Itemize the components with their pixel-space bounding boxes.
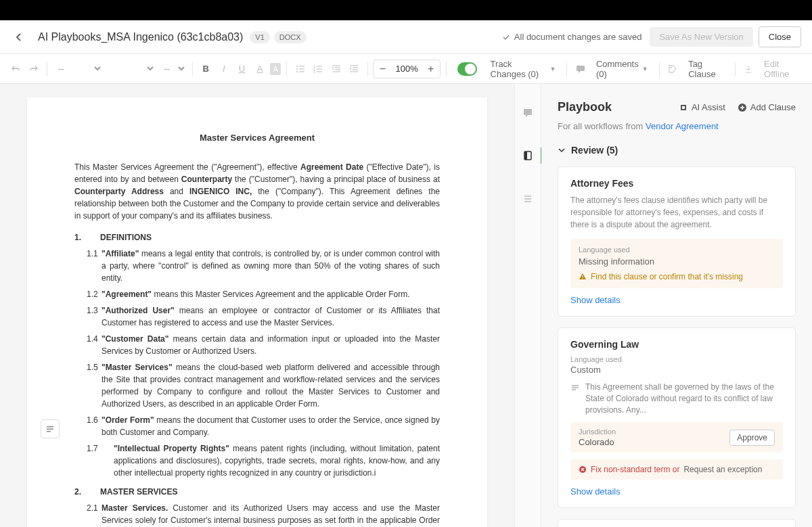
document-page: Master Services Agreement This Master Se… bbox=[27, 97, 487, 527]
toolbar: -- -- B I U A A 123 − 100% + Track Chang… bbox=[0, 54, 812, 84]
section-2-header: 2. MASTER SERVICES bbox=[74, 486, 440, 498]
svg-rect-20 bbox=[577, 66, 585, 71]
font-color-icon[interactable]: A bbox=[252, 60, 268, 78]
zoom-value: 100% bbox=[391, 64, 422, 74]
svg-rect-31 bbox=[583, 275, 583, 277]
svg-text:3: 3 bbox=[313, 70, 315, 74]
add-clause-button[interactable]: Add Clause bbox=[738, 102, 796, 112]
definition-row: 1.3"Authorized User" means an employee o… bbox=[74, 304, 440, 329]
indent-icon[interactable] bbox=[346, 60, 362, 78]
zoom-out-button[interactable]: − bbox=[374, 60, 391, 78]
section-row: 2.1Master Services. Customer and its Aut… bbox=[74, 502, 440, 528]
jurisdiction-row: Jurisdiction Colorado Approve bbox=[570, 422, 783, 453]
svg-point-4 bbox=[296, 71, 298, 72]
edit-offline-label: Edit Offline bbox=[759, 59, 804, 79]
svg-rect-43 bbox=[47, 431, 51, 432]
definition-row: 1.7"Intellectual Property Rights" means … bbox=[74, 442, 440, 479]
card-description: The attorney's fees clause identifies wh… bbox=[570, 194, 783, 231]
svg-rect-24 bbox=[524, 152, 527, 160]
definition-row: 1.2"Agreement" means this Master Service… bbox=[74, 288, 440, 300]
version-badge: V1 bbox=[250, 31, 269, 43]
language-block: Language used Missing information Find t… bbox=[570, 239, 783, 288]
show-details-link[interactable]: Show details bbox=[570, 295, 783, 305]
filetype-badge: DOCX bbox=[274, 31, 307, 43]
intro-paragraph: This Master Services Agreement the ("Agr… bbox=[74, 161, 440, 222]
close-button[interactable]: Close bbox=[759, 26, 801, 47]
save-new-version-button: Save As New Version bbox=[650, 27, 752, 47]
bullet-list-icon[interactable] bbox=[292, 60, 308, 78]
error-icon bbox=[579, 465, 587, 474]
show-details-link[interactable]: Show details bbox=[570, 486, 783, 497]
svg-rect-22 bbox=[524, 109, 532, 115]
definition-row: 1.1"Affiliate" means a legal entity that… bbox=[74, 248, 440, 284]
zoom-control: − 100% + bbox=[373, 60, 440, 78]
outdent-icon[interactable] bbox=[328, 60, 344, 78]
track-changes-toggle[interactable] bbox=[457, 62, 477, 76]
quote-row: This Agreement shall be governed by the … bbox=[570, 382, 783, 415]
section-1-header: 1. DEFINITIONS bbox=[74, 231, 440, 244]
svg-rect-41 bbox=[47, 426, 53, 428]
playbook-subtitle: For all workflows from Vendor Agreement bbox=[558, 121, 796, 131]
review-card-governing-law[interactable]: Governing Law Language used Custom This … bbox=[558, 327, 796, 508]
rail-comment-icon[interactable] bbox=[520, 104, 536, 120]
italic-icon[interactable]: I bbox=[217, 60, 232, 78]
card-title: Attorney Fees bbox=[570, 178, 783, 189]
approve-button[interactable]: Approve bbox=[729, 430, 775, 446]
zoom-in-button[interactable]: + bbox=[422, 60, 440, 78]
tag-icon[interactable] bbox=[665, 60, 681, 78]
back-button[interactable] bbox=[11, 29, 27, 45]
definition-row: 1.5"Master Services" means the cloud-bas… bbox=[74, 361, 440, 410]
highlight-icon[interactable]: A bbox=[270, 63, 281, 75]
playbook-title: Playbook bbox=[558, 100, 612, 114]
comment-icon[interactable] bbox=[572, 60, 588, 78]
saved-text: All document changes are saved bbox=[514, 32, 642, 42]
card-title: Governing Law bbox=[570, 339, 783, 350]
vendor-agreement-link[interactable]: Vendor Agreement bbox=[646, 121, 719, 131]
undo-icon[interactable] bbox=[8, 60, 24, 78]
doc-heading: Master Services Agreement bbox=[74, 131, 440, 145]
saved-indicator: All document changes are saved bbox=[502, 32, 642, 42]
download-icon bbox=[740, 60, 756, 78]
doc-rail bbox=[514, 84, 541, 527]
font-select[interactable] bbox=[106, 60, 156, 77]
svg-rect-29 bbox=[682, 106, 685, 109]
bold-icon[interactable]: B bbox=[198, 60, 214, 78]
svg-rect-32 bbox=[583, 278, 583, 279]
number-list-icon[interactable]: 123 bbox=[311, 60, 326, 78]
outline-toggle-button[interactable] bbox=[41, 419, 60, 438]
redo-icon[interactable] bbox=[26, 60, 42, 78]
review-card-attorney-fees[interactable]: Attorney Fees The attorney's fees clause… bbox=[558, 166, 796, 317]
definition-row: 1.6"Order Form" means the document that … bbox=[74, 414, 440, 438]
style-select[interactable]: -- bbox=[53, 60, 103, 77]
svg-rect-42 bbox=[47, 429, 53, 430]
rail-playbook-icon[interactable] bbox=[516, 147, 543, 164]
warning-row[interactable]: Find this clause or confirm that it's mi… bbox=[579, 272, 775, 281]
comments-label[interactable]: Comments (0)▼ bbox=[591, 59, 654, 79]
underline-icon[interactable]: U bbox=[234, 60, 250, 78]
definition-row: 1.4"Customer Data" means certain data an… bbox=[74, 333, 440, 357]
document-title: AI Playbooks_MSA Ingenico (63c1cb8a03) bbox=[38, 31, 243, 43]
tag-clause-label[interactable]: Tag Clause bbox=[683, 59, 729, 79]
document-area[interactable]: Master Services Agreement This Master Se… bbox=[0, 84, 514, 527]
review-card-indemnification[interactable]: Indemnification Language used Custom App… bbox=[558, 519, 796, 527]
svg-point-2 bbox=[296, 68, 298, 70]
svg-point-21 bbox=[671, 67, 672, 68]
fix-row[interactable]: Fix non-standard term or Request an exce… bbox=[570, 459, 783, 480]
ai-assist-button[interactable]: AI Assist bbox=[679, 102, 725, 112]
quote-icon bbox=[570, 383, 580, 392]
top-black-bar bbox=[0, 0, 812, 20]
rail-outline-icon[interactable] bbox=[520, 191, 536, 207]
size-select[interactable]: -- bbox=[158, 60, 187, 77]
review-section-toggle[interactable]: Review (5) bbox=[558, 145, 796, 156]
playbook-sidebar: Playbook AI Assist Add Clause For all wo… bbox=[541, 84, 812, 527]
svg-point-0 bbox=[296, 66, 298, 67]
track-changes-label[interactable]: Track Changes (0)▼ bbox=[485, 59, 562, 79]
warning-icon bbox=[579, 273, 587, 281]
header-bar: AI Playbooks_MSA Ingenico (63c1cb8a03) V… bbox=[0, 20, 812, 54]
